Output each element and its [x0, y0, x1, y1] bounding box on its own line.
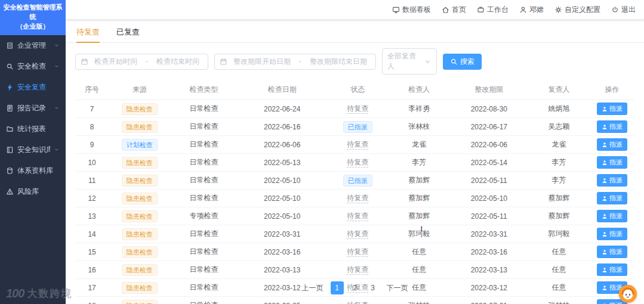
- status-text: 待复查: [347, 212, 368, 221]
- assign-button-label: 指派: [609, 176, 623, 185]
- topbar-item-label: 数据看板: [402, 5, 431, 15]
- deadline-date-range-picker[interactable]: 整改期限开始日期 - 整改期限结束日期: [214, 54, 376, 70]
- cell-status: 待复查: [327, 100, 389, 118]
- sidebar-item-safety-inspection[interactable]: 安全检查: [0, 56, 66, 77]
- cell-status: 待复查: [327, 136, 389, 154]
- tab-pending-review[interactable]: 待复查: [76, 27, 100, 42]
- cell-inspector: 蔡加辉: [389, 207, 450, 225]
- chevron-down-icon: [54, 42, 60, 48]
- assign-button[interactable]: 指派: [597, 246, 627, 258]
- assign-icon: [602, 124, 608, 130]
- chevron-down-icon: [424, 58, 432, 66]
- assign-button-label: 指派: [609, 229, 623, 238]
- assign-button-label: 指派: [609, 158, 623, 167]
- assign-button[interactable]: 指派: [597, 103, 627, 115]
- assign-button-label: 指派: [609, 104, 623, 113]
- cell-action: 指派: [590, 172, 634, 190]
- table-row: 12隐患检查日常检查2022-05-10待复查蔡加辉2022-05-10蔡加辉指…: [75, 190, 634, 207]
- topbar-item-workbench[interactable]: 工作台: [477, 5, 509, 15]
- cell-source: 隐患检查: [109, 154, 170, 172]
- cell-type: 日常检查: [170, 118, 237, 136]
- topbar-item-dashboard[interactable]: 数据看板: [392, 5, 431, 15]
- status-badge: 已指派: [343, 175, 372, 187]
- cell-reviewer: 姚炳旭: [528, 100, 590, 118]
- inspection-date-range-picker[interactable]: 检查开始时间 - 检查结束时间: [75, 54, 208, 70]
- sidebar-nav: 企业管理安全检查安全复查报告记录统计报表安全知识库体系资料库风险库: [0, 35, 66, 202]
- cell-reviewer: 蔡加辉: [528, 190, 590, 207]
- content-card: 待复查已复查 检查开始时间 - 检查结束时间 整改期限开始日期 - 整改期限结束…: [66, 21, 644, 304]
- cell-date: 2022-03-31: [238, 225, 327, 243]
- assign-button[interactable]: 指派: [597, 228, 627, 240]
- sidebar-item-system-library[interactable]: 体系资料库: [0, 160, 66, 181]
- search-icon: [6, 63, 14, 70]
- status-text: 待复查: [347, 158, 368, 167]
- sidebar-item-safety-knowledge[interactable]: 安全知识库: [0, 139, 66, 160]
- topbar-item-home[interactable]: 首页: [442, 5, 466, 15]
- cell-date: 2022-05-10: [238, 207, 327, 225]
- topbar-item-custom-config[interactable]: 自定义配置: [554, 5, 600, 15]
- sidebar-item-risk-library[interactable]: 风险库: [0, 181, 66, 202]
- topbar-item-label: 自定义配置: [565, 5, 600, 15]
- table-row: 9计划检查日常检查2022-06-06待复查龙雀2022-06-06龙雀指派: [75, 136, 634, 154]
- logout-icon: [611, 6, 619, 14]
- assign-icon: [602, 142, 608, 148]
- page-button-2[interactable]: 2: [349, 281, 362, 294]
- inspection-end-placeholder: 检查结束时间: [153, 57, 203, 67]
- page-button-3[interactable]: 3: [366, 281, 380, 294]
- cell-type: 日常检查: [170, 100, 237, 118]
- table-container: 序号来源检查类型检查日期状态检查人整改期限复查人操作 7隐患检查日常检查2022…: [66, 80, 644, 274]
- cell-type: 日常检查: [170, 190, 237, 207]
- sidebar-item-report-records[interactable]: 报告记录: [0, 98, 66, 119]
- search-button[interactable]: 搜索: [443, 54, 482, 70]
- deadline-end-placeholder: 整改期限结束日期: [306, 57, 371, 67]
- table-row: 14隐患检查日常检查2022-03-31待复查郭珂毅2022-03-31郭珂毅指…: [75, 225, 634, 243]
- assign-icon: [602, 231, 608, 237]
- sidebar-item-label: 风险库: [17, 187, 39, 197]
- chevron-down-icon: [54, 147, 60, 153]
- prev-page-button[interactable]: 上一页: [300, 283, 326, 293]
- tab-reviewed[interactable]: 已复查: [116, 27, 140, 42]
- assign-button[interactable]: 指派: [597, 210, 627, 222]
- status-text: 待复查: [347, 104, 368, 114]
- cell-type: 日常检查: [170, 154, 237, 172]
- assign-button[interactable]: 指派: [597, 138, 627, 151]
- cell-status: 已指派: [327, 118, 389, 136]
- cell-no: 9: [75, 136, 109, 154]
- assign-icon: [602, 178, 608, 184]
- assign-button[interactable]: 指派: [597, 174, 627, 187]
- cell-inspector: 龙雀: [389, 136, 450, 154]
- support-avatar[interactable]: [619, 285, 637, 303]
- reviewer-select[interactable]: 全部复查人: [382, 48, 437, 75]
- warning-icon: [6, 188, 14, 196]
- cell-source: 隐患检查: [109, 118, 170, 136]
- topbar-item-label: 邓嫦: [529, 5, 544, 15]
- source-badge: 隐患检查: [122, 103, 158, 115]
- reviewer-select-value: 全部复查人: [387, 51, 420, 72]
- source-badge: 隐患检查: [122, 228, 158, 240]
- assign-button[interactable]: 指派: [597, 156, 627, 169]
- table-row: 7隐患检查日常检查2022-06-24待复查李祥勇2022-08-30姚炳旭指派: [75, 100, 634, 118]
- topbar-item-user[interactable]: 邓嫦: [519, 5, 544, 15]
- assign-button[interactable]: 指派: [597, 192, 627, 204]
- cell-type: 日常检查: [170, 225, 237, 243]
- calendar-icon: [220, 58, 227, 66]
- sidebar-item-statistics-report[interactable]: 统计报表: [0, 119, 66, 139]
- cell-type: 专项检查: [170, 207, 237, 225]
- sidebar-item-label: 统计报表: [17, 124, 46, 134]
- status-text: 待复查: [347, 229, 368, 239]
- page-button-1[interactable]: 1: [331, 281, 344, 294]
- cell-inspector: 张林枝: [389, 118, 450, 136]
- gear-icon: [554, 6, 562, 14]
- cell-date: 2022-05-13: [238, 154, 327, 172]
- assign-button[interactable]: 指派: [597, 120, 627, 133]
- next-page-button[interactable]: 下一页: [384, 283, 411, 293]
- table-row: 15隐患检查日常检查2022-03-16待复查任意2022-03-16任意指派: [75, 243, 634, 261]
- sidebar-item-enterprise-management[interactable]: 企业管理: [0, 35, 66, 56]
- cell-deadline: 2022-03-16: [450, 243, 528, 261]
- assign-button-label: 指派: [609, 212, 623, 221]
- sidebar-item-safety-review[interactable]: 安全复查: [0, 77, 66, 98]
- topbar-item-logout[interactable]: 退出: [611, 5, 636, 15]
- status-text: 待复查: [347, 140, 368, 150]
- column-header: 序号: [75, 80, 109, 100]
- cell-inspector: 蔡加辉: [389, 172, 450, 190]
